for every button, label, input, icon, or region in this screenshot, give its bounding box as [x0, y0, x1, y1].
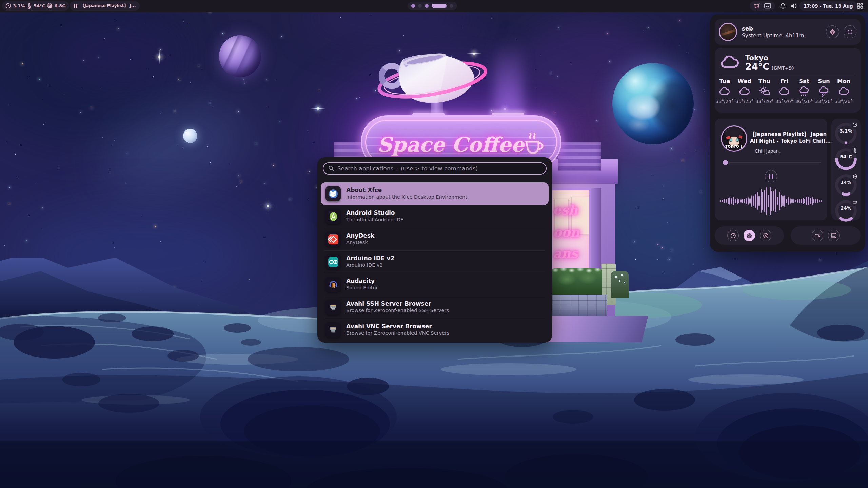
audacity-app-icon — [326, 277, 341, 292]
app-row-audacity[interactable]: Audacity Sound Editor — [321, 273, 549, 296]
forecast-day-sat: Sat 36°/26° — [794, 78, 814, 104]
xfce-app-icon — [326, 186, 341, 201]
now-playing-pill[interactable]: 【Japanese Playlist】 J... — [70, 1, 140, 11]
memory-usage: 6.8G — [54, 3, 66, 8]
forecast-day-sun: Sun 33°/26° — [814, 78, 834, 104]
app-name: Audacity — [346, 278, 378, 284]
temperature-icon — [27, 3, 32, 9]
cpu-gauge-icon — [5, 3, 11, 9]
app-name: AnyDesk — [346, 233, 374, 239]
search-placeholder: Search applications... (use > to view co… — [337, 165, 478, 172]
app-grid-icon[interactable] — [857, 3, 863, 9]
power-button[interactable] — [844, 25, 856, 38]
cloud-icon — [739, 86, 750, 97]
app-description: Browse for Zeroconf-enabled VNC Servers — [346, 331, 449, 336]
wallpaper-tray-icon[interactable] — [764, 3, 771, 9]
quick-toggles-left — [715, 226, 784, 245]
workspace-dot-5[interactable] — [450, 4, 453, 8]
quick-toggles-right — [791, 226, 861, 245]
workspace-dot-3[interactable] — [425, 4, 429, 8]
gauge-disk: 24% — [835, 200, 857, 222]
app-description: Browse for Zeroconf-enabled SSH Servers — [346, 308, 449, 313]
avahi-vnc-app-icon — [326, 322, 341, 338]
app-row-avahi-vnc[interactable]: Avahi VNC Server Browser Browse for Zero… — [321, 319, 549, 341]
notifications-bell-icon[interactable] — [780, 3, 786, 9]
workspace-indicator[interactable] — [408, 2, 457, 10]
balanced-mode-button[interactable] — [744, 230, 755, 241]
powersave-mode-button[interactable] — [760, 230, 771, 241]
cafe-hedge — [551, 268, 602, 297]
sign-light — [492, 113, 524, 115]
top-bar: 3.1% 54°C 6.8G 【Japanese Playlist】 J... … — [0, 0, 868, 12]
cpu-temp: 54°C — [34, 3, 45, 8]
screenshot-icon — [831, 232, 837, 239]
android-studio-app-icon — [326, 209, 341, 224]
disk-icon — [852, 200, 857, 205]
screenshot-button[interactable] — [828, 230, 840, 241]
media-progress-bar[interactable] — [723, 162, 821, 163]
weather-card: Tokyo 24°C (GMT+9) Tue 33°/24° Wed — [715, 48, 861, 113]
space-coffee-cup — [373, 47, 491, 108]
audio-waveform — [720, 186, 822, 216]
app-description: AnyDesk — [346, 240, 374, 245]
gear-icon — [829, 29, 836, 35]
forecast-day-mon: Mon 33°/26° — [834, 78, 854, 104]
sign-cup-glyph — [521, 130, 546, 156]
planet-purple — [219, 35, 261, 77]
planet-earth — [612, 63, 694, 144]
video-camera-icon — [814, 232, 821, 239]
volume-icon[interactable] — [790, 3, 797, 9]
media-player-card: TOKYO L 【Japanese Playlist】 Japan All Ni… — [715, 119, 827, 220]
launcher-search-input[interactable]: Search applications... (use > to view co… — [323, 162, 547, 175]
user-name: seb — [742, 25, 821, 32]
cafe-window-text-3: ans — [553, 246, 578, 261]
gauge-cpu: 3.1% — [835, 123, 857, 144]
sun-cloud-icon — [758, 86, 770, 97]
app-row-anydesk[interactable]: AnyDesk AnyDesk — [321, 228, 549, 250]
anydesk-app-icon — [326, 231, 341, 247]
system-stats-pill[interactable]: 3.1% 54°C 6.8G — [2, 1, 69, 11]
b-planter — [552, 295, 607, 316]
workspace-dot-1[interactable] — [411, 4, 415, 8]
weather-timezone: (GMT+9) — [771, 65, 794, 71]
media-subtitle: Chill Japan. — [755, 148, 780, 154]
media-pause-button[interactable] — [765, 170, 777, 182]
workspace-dot-active[interactable] — [432, 4, 447, 8]
performance-mode-button[interactable] — [727, 230, 739, 241]
cpu-usage: 3.1% — [13, 3, 25, 8]
app-row-android-studio[interactable]: Android Studio The official Android IDE — [321, 205, 549, 228]
app-description: Arduino IDE v2 — [346, 263, 394, 268]
rain-cloud-icon — [798, 86, 810, 97]
media-title: 【Japanese Playlist】 Japan All Night - To… — [750, 131, 825, 145]
leaf-icon — [763, 233, 769, 239]
b-window-in: esh oon ans — [552, 190, 589, 273]
clock-label: 17:09 - Tue, 19 Aug — [804, 3, 853, 9]
b-floor — [540, 316, 648, 342]
scales-icon — [746, 232, 752, 239]
gauge-temp: 54°C — [835, 148, 857, 170]
clock[interactable]: 17:09 - Tue, 19 Aug — [799, 1, 857, 11]
forecast-day-thu: Thu 33°/26° — [754, 78, 774, 104]
workspace-dot-2[interactable] — [418, 4, 422, 8]
screen-record-button[interactable] — [812, 230, 823, 241]
desktop: esh oon ans — [0, 0, 868, 488]
system-gauges-card: 3.1% 54°C 14% 24% — [831, 119, 861, 220]
weather-head: Tokyo 24°C (GMT+9) — [720, 54, 856, 72]
storm-cloud-icon — [818, 86, 830, 97]
forecast-day-wed: Wed 35°/25° — [735, 78, 755, 104]
cat-tray-icon[interactable] — [754, 3, 760, 9]
app-row-avahi-ssh[interactable]: Avahi SSH Server Browser Browse for Zero… — [321, 296, 549, 319]
album-art-label: TOKYO L — [722, 145, 746, 148]
launcher-app-list: About Xfce Information about the Xfce De… — [321, 182, 549, 341]
cloud-icon — [838, 86, 850, 97]
search-icon — [328, 165, 334, 171]
weather-city: Tokyo — [745, 54, 794, 62]
settings-button[interactable] — [826, 25, 839, 38]
system-uptime: System Uptime: 4h11m — [742, 33, 821, 39]
now-playing-label: 【Japanese Playlist】 J... — [80, 3, 136, 9]
album-art: TOKYO L — [721, 125, 747, 152]
tray-pill[interactable] — [750, 1, 775, 11]
app-row-arduino[interactable]: Arduino IDE v2 Arduino IDE v2 — [321, 250, 549, 273]
app-row-about-xfce[interactable]: About Xfce Information about the Xfce De… — [321, 182, 549, 205]
thermometer-icon — [853, 148, 857, 153]
